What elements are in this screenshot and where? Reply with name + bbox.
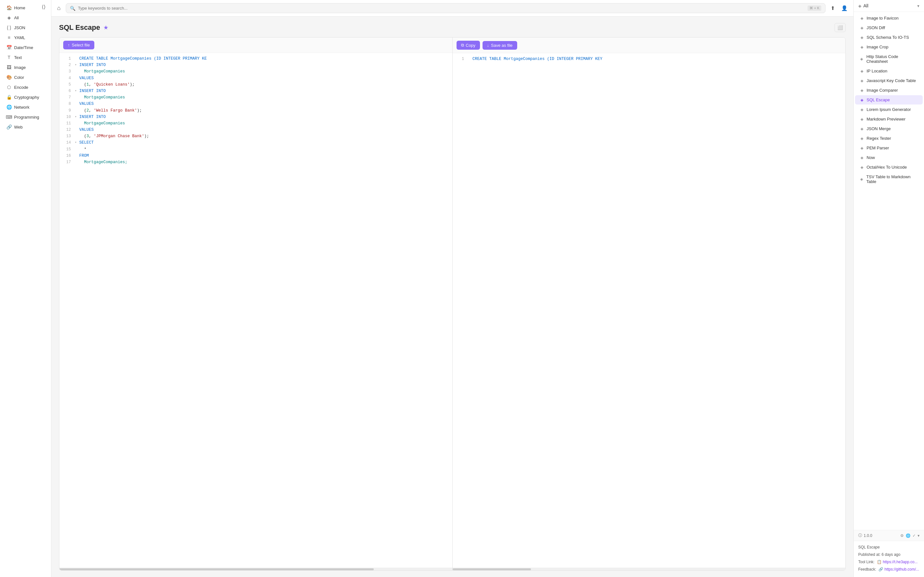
tool-item-octal-hex-unicode[interactable]: ◈ Octal/Hex To Unicode: [855, 163, 923, 172]
tool-item-sql-escape-label: SQL Escape: [867, 97, 890, 102]
right-code-editor[interactable]: 1 CREATE TABLE MortgageCompanies (ID INT…: [453, 53, 846, 568]
sidebar-toggle-button[interactable]: ⟨⟩: [42, 4, 45, 10]
code-line-9: 9 (2, 'Wells Fargo Bank');: [59, 107, 452, 114]
ip-location-icon: ◈: [859, 69, 864, 73]
right-editor-panel: ⧉ Copy ↓ Save as file 1 CREATE TABLE Mor…: [452, 37, 846, 570]
sidebar-item-all[interactable]: ◈ All: [2, 13, 49, 23]
web-icon: 🔗: [6, 124, 11, 129]
tool-item-sql-schema-io-ts[interactable]: ◈ SQL Schema To IO-TS: [855, 33, 923, 42]
tool-item-http-status-cheatsheet[interactable]: ◈ Http Status Code Cheatsheet: [855, 52, 923, 66]
octal-hex-unicode-icon: ◈: [859, 165, 864, 169]
datetime-icon: 📅: [6, 45, 11, 50]
content-area: SQL Escape ★ ⬜ ↑ Select file 1 CREATE TA…: [51, 17, 853, 577]
sidebar-item-cryptography-label: Cryptography: [14, 95, 39, 100]
home-button[interactable]: ⌂: [55, 3, 63, 13]
tool-item-image-to-favicon[interactable]: ◈ Image to Favicon: [855, 13, 923, 23]
left-code-editor[interactable]: 1 CREATE TABLE MortgageCompanies (ID INT…: [59, 53, 452, 568]
tools-panel-expand-button[interactable]: ▾: [917, 3, 919, 8]
tool-item-sql-escape[interactable]: ◈ SQL Escape: [855, 95, 923, 105]
sql-escape-icon: ◈: [859, 98, 864, 102]
tools-panel-header: ◈ All ▾: [854, 0, 924, 12]
tool-item-http-status-cheatsheet-label: Http Status Code Cheatsheet: [866, 54, 918, 64]
favorite-button[interactable]: ★: [103, 24, 108, 31]
sidebar-item-encode[interactable]: ⬡ Encode: [2, 82, 49, 92]
tool-item-image-crop-label: Image Crop: [867, 45, 888, 49]
tool-item-pem-parser[interactable]: ◈ PEM Parser: [855, 143, 923, 153]
page-title: SQL Escape: [59, 23, 100, 32]
check-icon-btn[interactable]: ✓: [913, 533, 916, 538]
tool-item-image-to-favicon-label: Image to Favicon: [867, 16, 899, 21]
tool-item-ip-location[interactable]: ◈ IP Location: [855, 66, 923, 76]
sidebar-item-web[interactable]: 🔗 Web: [2, 122, 49, 132]
tool-item-json-merge[interactable]: ◈ JSON Merge: [855, 124, 923, 133]
tool-link-url[interactable]: https://t.he3app.co...: [883, 560, 918, 564]
text-icon: T: [6, 55, 11, 60]
layout-toggle-button[interactable]: ⬜: [835, 23, 846, 32]
http-status-cheatsheet-icon: ◈: [859, 57, 864, 61]
sidebar-item-programming[interactable]: ⌨ Programming: [2, 112, 49, 122]
tool-item-image-crop[interactable]: ◈ Image Crop: [855, 42, 923, 52]
tool-item-regex-tester[interactable]: ◈ Regex Tester: [855, 134, 923, 143]
sidebar-item-cryptography[interactable]: 🔒 Cryptography: [2, 92, 49, 102]
sidebar-item-color[interactable]: 🎨 Color: [2, 73, 49, 82]
tool-item-octal-hex-unicode-label: Octal/Hex To Unicode: [867, 165, 907, 169]
sidebar-item-network[interactable]: 🌐 Network: [2, 102, 49, 112]
save-as-file-button[interactable]: ↓ Save as file: [483, 41, 517, 50]
select-file-button[interactable]: ↑ Select file: [63, 41, 94, 49]
sidebar-item-yaml-label: YAML: [14, 35, 25, 40]
tsv-markdown-icon: ◈: [859, 177, 864, 181]
tool-item-ip-location-label: IP Location: [867, 69, 887, 73]
tool-item-tsv-markdown[interactable]: ◈ TSV Table to Markdown Table: [855, 172, 923, 186]
settings-icon-btn[interactable]: ⚙: [900, 533, 904, 538]
copy-button[interactable]: ⧉ Copy: [457, 41, 480, 50]
markdown-previewer-icon: ◈: [859, 117, 864, 121]
sidebar-item-image[interactable]: 🖼 Image: [2, 63, 49, 72]
version-label: ⓘ 1.0.0: [858, 533, 872, 538]
version-info: SQL Escape Published at: 6 days ago Tool…: [854, 541, 924, 577]
sidebar-item-color-label: Color: [14, 75, 24, 80]
json-diff-icon: ◈: [859, 26, 864, 30]
share-button[interactable]: ⬆: [829, 3, 837, 13]
left-scrollbar[interactable]: [59, 568, 452, 570]
tool-item-image-comparer[interactable]: ◈ Image Comparer: [855, 85, 923, 95]
tool-link-label: Tool Link:: [858, 560, 875, 564]
sidebar-item-datetime[interactable]: 📅 Date/Time: [2, 43, 49, 52]
code-line-2: 2 ▾ INSERT INTO: [59, 62, 452, 68]
sidebar-item-programming-label: Programming: [14, 115, 39, 119]
code-line-1: 1 CREATE TABLE MortgageCompanies (ID INT…: [453, 56, 846, 62]
tool-item-markdown-previewer-label: Markdown Previewer: [867, 117, 905, 121]
now-icon: ◈: [859, 155, 864, 160]
code-line-1: 1 CREATE TABLE MortgageCompanies (ID INT…: [59, 55, 452, 62]
feedback-url[interactable]: https://github.com/...: [885, 567, 919, 572]
sidebar-item-yaml[interactable]: ≡ YAML: [2, 33, 49, 42]
tool-name-label: SQL Escape: [858, 544, 919, 550]
programming-icon: ⌨: [6, 114, 11, 119]
tool-item-lorem-ipsum[interactable]: ◈ Lorem Ipsum Generator: [855, 105, 923, 114]
right-scrollbar[interactable]: [453, 568, 846, 570]
color-icon: 🎨: [6, 75, 11, 80]
tool-item-lorem-ipsum-label: Lorem Ipsum Generator: [867, 107, 911, 112]
regex-tester-icon: ◈: [859, 136, 864, 141]
tool-item-json-diff[interactable]: ◈ JSON Diff: [855, 23, 923, 32]
cryptography-icon: 🔒: [6, 95, 11, 100]
search-shortcut: ⌘ + K: [808, 5, 821, 11]
code-line-5: 5 (1, 'Quicken Loans');: [59, 81, 452, 88]
search-icon: 🔍: [70, 6, 75, 11]
profile-button[interactable]: 👤: [839, 3, 850, 13]
image-icon: 🖼: [6, 65, 11, 70]
sidebar-item-json[interactable]: { } JSON: [2, 23, 49, 32]
code-line-12: 12 VALUES: [59, 127, 452, 133]
tool-item-markdown-previewer[interactable]: ◈ Markdown Previewer: [855, 114, 923, 124]
tool-item-now[interactable]: ◈ Now: [855, 153, 923, 162]
chevron-icon: ▾: [75, 139, 79, 145]
sidebar-item-text[interactable]: T Text: [2, 53, 49, 62]
sidebar-item-image-label: Image: [14, 65, 26, 70]
feedback-row: Feedback: 🔗 https://github.com/...: [858, 566, 919, 572]
search-input[interactable]: [78, 6, 805, 11]
tool-item-javascript-key-code[interactable]: ◈ Javascript Key Code Table: [855, 76, 923, 85]
globe-icon-btn[interactable]: 🌐: [906, 533, 911, 538]
code-line-4: 4 VALUES: [59, 75, 452, 81]
sidebar-item-json-label: JSON: [14, 25, 25, 30]
topbar-actions: ⬆ 👤: [829, 3, 850, 13]
version-expand-btn[interactable]: ▾: [918, 533, 919, 538]
